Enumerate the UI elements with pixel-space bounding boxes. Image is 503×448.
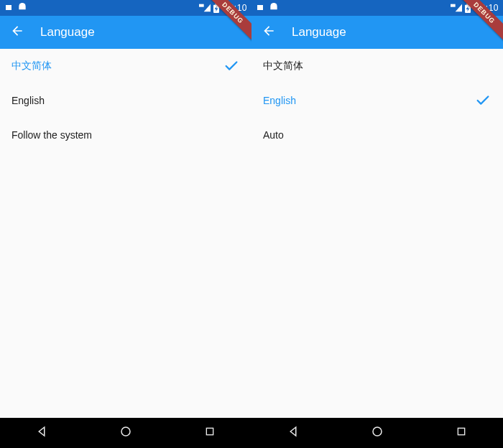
notification-icon (4, 4, 13, 12)
nav-bar (251, 418, 503, 448)
status-right: 10:10 (199, 0, 247, 16)
check-icon (223, 57, 240, 75)
language-label: English (263, 95, 474, 106)
triangle-back-icon (35, 425, 48, 441)
battery-charging-icon (213, 4, 219, 13)
nav-recent-button[interactable] (190, 421, 230, 444)
status-right: 10:10 (451, 0, 499, 16)
svg-rect-1 (23, 4, 24, 5)
arrow-back-icon (10, 24, 24, 41)
phone-left: 10:10 DEBUG Language 中文简体EnglishFollow t… (0, 0, 251, 448)
square-recent-icon (204, 426, 216, 440)
svg-point-5 (121, 427, 130, 436)
circle-home-icon (371, 425, 384, 441)
notification-icon (256, 4, 264, 12)
language-list-left: 中文简体EnglishFollow the system (0, 49, 251, 418)
svg-rect-9 (451, 4, 456, 7)
svg-rect-2 (199, 4, 204, 7)
language-option[interactable]: Follow the system (0, 118, 251, 152)
language-label: 中文简体 (263, 60, 492, 73)
back-button[interactable] (260, 24, 277, 41)
language-option[interactable]: 中文简体 (251, 49, 503, 83)
page-title: Language (40, 25, 95, 39)
svg-rect-0 (21, 4, 22, 5)
status-clock: 10:10 (223, 3, 247, 13)
language-option[interactable]: Auto (251, 118, 503, 152)
language-label: English (11, 95, 240, 106)
app-bar: Language (0, 16, 251, 49)
nav-back-button[interactable] (273, 421, 313, 444)
svg-rect-8 (274, 4, 276, 5)
language-label: Auto (263, 129, 492, 141)
nav-home-button[interactable] (106, 421, 146, 444)
page-title: Language (292, 25, 346, 39)
nav-back-button[interactable] (22, 421, 62, 444)
language-option[interactable]: 中文简体 (0, 49, 251, 83)
language-option[interactable]: English (251, 83, 503, 118)
svg-rect-4 (216, 4, 218, 5)
svg-rect-13 (458, 428, 464, 434)
app-bar: Language (251, 16, 503, 49)
back-button[interactable] (9, 24, 26, 41)
status-clock: 10:10 (475, 3, 499, 13)
triangle-back-icon (287, 425, 300, 441)
signal-lte-icon (451, 4, 462, 12)
language-label: Follow the system (11, 129, 240, 141)
svg-rect-11 (467, 4, 469, 5)
circle-home-icon (119, 425, 132, 441)
svg-rect-7 (272, 4, 274, 5)
status-bar: 10:10 (0, 0, 251, 16)
svg-point-12 (373, 427, 382, 436)
language-label: 中文简体 (11, 60, 223, 73)
status-bar: 10:10 (251, 0, 503, 16)
language-list-right: 中文简体EnglishAuto (251, 49, 503, 418)
nav-bar (0, 418, 251, 448)
phone-right: 10:10 DEBUG Language 中文简体EnglishAuto (251, 0, 503, 448)
check-icon (474, 92, 492, 109)
square-recent-icon (456, 426, 467, 440)
signal-lte-icon (199, 4, 211, 12)
nav-home-button[interactable] (357, 421, 397, 444)
status-left (4, 0, 27, 16)
battery-charging-icon (465, 4, 471, 13)
nav-recent-button[interactable] (441, 421, 481, 444)
notification-icon (17, 3, 27, 13)
notification-icon (269, 3, 279, 13)
arrow-back-icon (262, 24, 276, 41)
status-left (256, 0, 279, 16)
svg-rect-6 (206, 428, 213, 434)
language-option[interactable]: English (0, 83, 251, 118)
